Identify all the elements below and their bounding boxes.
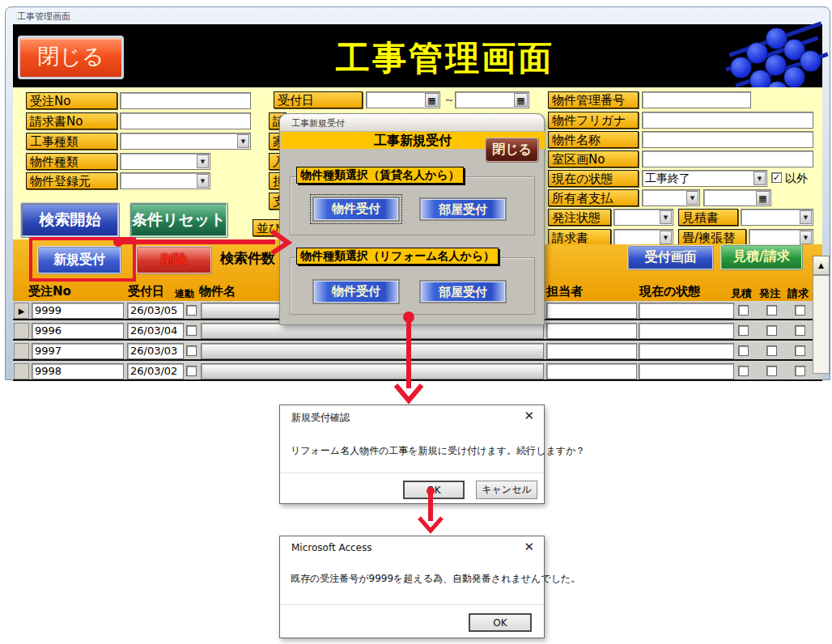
calendar-icon[interactable]: ▦ [425, 93, 439, 107]
row-linked-checkbox[interactable] [186, 325, 197, 336]
row-invoice-checkbox[interactable] [795, 305, 805, 316]
row-estimate-checkbox[interactable] [738, 345, 749, 356]
property-source-select[interactable]: ▼ [120, 172, 210, 189]
calendar-icon[interactable]: ▦ [756, 191, 770, 205]
new-reception-button[interactable]: 新規受付 [37, 246, 121, 274]
label-reception-date: 受付日 [274, 91, 363, 108]
record-selector-cell[interactable] [14, 343, 29, 359]
row-state[interactable] [639, 363, 734, 379]
table-row[interactable]: 9998 26/03/02 [13, 362, 822, 381]
row-staff[interactable] [546, 363, 637, 379]
row-order-checkbox[interactable] [766, 366, 777, 376]
label-property-name: 物件名称 [548, 131, 639, 148]
page-title: 工事管理画面 [267, 36, 623, 81]
row-order-checkbox[interactable] [766, 325, 777, 336]
order-no-input[interactable] [120, 92, 251, 109]
row-linked-checkbox[interactable] [186, 305, 197, 316]
property-name-input[interactable] [642, 131, 813, 148]
row-state[interactable] [639, 323, 734, 339]
reception-screen-button[interactable]: 受付画面 [627, 245, 714, 270]
search-button[interactable]: 検索開始 [20, 202, 120, 238]
row-linked-checkbox[interactable] [186, 366, 197, 376]
row-estimate-checkbox[interactable] [738, 366, 749, 376]
row-invoice-checkbox[interactable] [795, 325, 805, 336]
access-ok-button[interactable]: OK [469, 613, 532, 632]
row-staff[interactable] [546, 343, 637, 359]
row-linked-checkbox[interactable] [186, 345, 197, 356]
estimate-doc-select[interactable]: ▼ [741, 209, 813, 226]
rental-room-reception-button[interactable]: 部屋受付 [419, 197, 507, 221]
row-date[interactable]: 26/03/02 [127, 363, 184, 379]
row-estimate-checkbox[interactable] [738, 305, 749, 316]
room-no-input[interactable] [642, 150, 813, 167]
row-property-name[interactable] [201, 323, 544, 339]
rental-property-reception-button[interactable]: 物件受付 [312, 197, 400, 222]
dropdown-arrow-icon[interactable]: ▼ [237, 134, 249, 148]
reception-date-to-input[interactable]: ▦ [455, 91, 529, 108]
close-icon[interactable]: ✕ [524, 540, 534, 554]
dropdown-arrow-icon[interactable]: ▼ [800, 210, 812, 224]
row-staff[interactable] [546, 303, 637, 319]
close-main-button[interactable]: 閉じる [18, 36, 124, 79]
row-date[interactable]: 26/03/05 [127, 303, 184, 319]
invoice-doc-select[interactable]: ▼ [613, 229, 673, 246]
row-date[interactable]: 26/03/03 [127, 343, 184, 359]
record-selector-cell[interactable] [14, 363, 29, 379]
row-order-no[interactable]: 9998 [32, 363, 124, 379]
delete-button[interactable]: 削除 [136, 246, 212, 274]
table-row[interactable]: 9997 26/03/03 [13, 342, 822, 361]
close-icon[interactable]: ✕ [524, 409, 534, 423]
dialog-titlebar[interactable]: 工事新規受付 [280, 114, 544, 132]
confirm-cancel-button[interactable]: キャンセル [476, 481, 537, 499]
label-mgmt-no: 物件管理番号 [548, 91, 639, 108]
row-order-no[interactable]: 9997 [32, 343, 124, 359]
dropdown-arrow-icon[interactable]: ▼ [800, 231, 812, 244]
row-estimate-checkbox[interactable] [738, 325, 749, 336]
row-order-checkbox[interactable] [766, 345, 777, 356]
invoice-no-input[interactable] [120, 112, 251, 129]
dropdown-arrow-icon[interactable]: ▼ [197, 174, 209, 188]
tatami-select[interactable]: ▼ [749, 229, 813, 246]
row-state[interactable] [639, 343, 734, 359]
label-order-state: 発注状態 [548, 209, 611, 226]
row-order-checkbox[interactable] [766, 305, 777, 316]
owner-pay-date-input[interactable]: ▦ [703, 189, 771, 206]
row-property-name[interactable] [201, 343, 544, 359]
record-selector-icon[interactable]: ▶ [14, 303, 29, 319]
mgmt-no-input[interactable] [642, 91, 751, 108]
dropdown-arrow-icon[interactable]: ▼ [753, 172, 766, 185]
label-work-type: 工事種類 [26, 133, 117, 150]
calendar-icon[interactable]: ▦ [514, 93, 528, 107]
row-order-no[interactable]: 9996 [32, 323, 124, 339]
scroll-up-icon[interactable]: ▲ [813, 256, 830, 275]
confirm-ok-button[interactable]: OK [403, 481, 465, 499]
row-staff[interactable] [546, 323, 637, 339]
scrollbar-track[interactable] [813, 275, 830, 374]
furigana-input[interactable] [642, 112, 813, 129]
owner-pay-select[interactable]: ▼ [642, 189, 700, 206]
except-checkbox[interactable]: ✓ [771, 172, 782, 183]
sort-label-partial[interactable]: 並び [253, 219, 280, 236]
row-order-no[interactable]: 9999 [32, 303, 124, 319]
reform-room-reception-button[interactable]: 部屋受付 [419, 280, 507, 303]
col-header-name: 物件名 [199, 284, 236, 301]
row-date[interactable]: 26/03/04 [127, 323, 184, 339]
order-state-select[interactable]: ▼ [613, 209, 673, 226]
reform-property-reception-button[interactable]: 物件受付 [312, 279, 400, 304]
estimate-invoice-button[interactable]: 見積/請求 [720, 244, 803, 270]
dropdown-arrow-icon[interactable]: ▼ [660, 231, 672, 244]
dropdown-arrow-icon[interactable]: ▼ [660, 210, 672, 224]
row-property-name[interactable] [201, 363, 544, 379]
current-state-select[interactable]: 工事終了▼ [642, 170, 767, 187]
dialog-close-button[interactable]: 閉じる [485, 138, 539, 163]
record-selector-cell[interactable] [14, 323, 29, 339]
row-state[interactable] [639, 303, 734, 319]
dropdown-arrow-icon[interactable]: ▼ [686, 191, 698, 205]
row-invoice-checkbox[interactable] [795, 345, 805, 356]
dropdown-arrow-icon[interactable]: ▼ [197, 155, 209, 168]
reception-date-from-input[interactable]: ▦ [366, 91, 440, 108]
row-invoice-checkbox[interactable] [795, 366, 805, 376]
property-type-select[interactable]: ▼ [120, 153, 210, 170]
reset-button[interactable]: 条件リセット [129, 202, 228, 238]
work-type-select[interactable]: ▼ [120, 133, 251, 150]
